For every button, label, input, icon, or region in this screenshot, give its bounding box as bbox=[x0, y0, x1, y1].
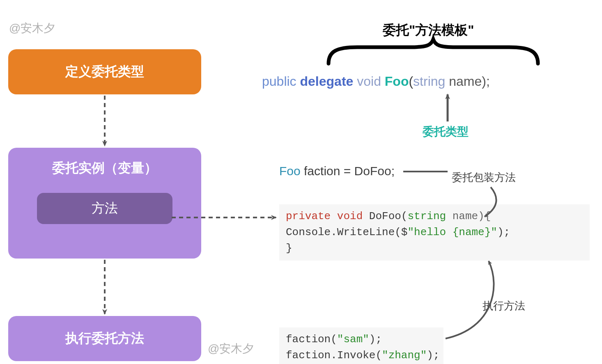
annotation-template-title: 委托"方法模板" bbox=[383, 21, 474, 39]
type-foo: Foo bbox=[279, 164, 301, 178]
invoke-line-1: faction("sam"); bbox=[286, 332, 437, 348]
param-name2: name){ bbox=[446, 210, 491, 222]
close-paren: ); bbox=[497, 226, 510, 238]
keyword-delegate: delegate bbox=[300, 74, 354, 89]
invoke-2a: faction.Invoke( bbox=[286, 349, 382, 362]
keyword-string2: string bbox=[407, 210, 446, 222]
lit-sam: "sam" bbox=[337, 333, 369, 346]
keyword-void: void bbox=[357, 74, 381, 89]
code-line-2: Console.WriteLine($"hello {name}"); bbox=[286, 224, 583, 240]
code-block-dofoo: private void DoFoo(string name){ Console… bbox=[279, 204, 590, 261]
foo-rest: faction = DoFoo; bbox=[301, 164, 395, 178]
invoke-1b: ); bbox=[369, 333, 382, 346]
code-line-3: } bbox=[286, 240, 583, 256]
curly-brace bbox=[329, 39, 538, 64]
label-wrap-method: 委托包装方法 bbox=[452, 170, 516, 185]
watermark-bottom: @安木夕 bbox=[208, 341, 254, 357]
code-line-1: private void DoFoo(string name){ bbox=[286, 208, 583, 224]
label-exec-method: 执行方法 bbox=[483, 299, 525, 313]
box-define-label: 定义委托类型 bbox=[65, 63, 144, 81]
delegate-declaration: public delegate void Foo(string name); bbox=[262, 74, 490, 89]
keyword-string: string bbox=[413, 74, 445, 89]
fn-open: DoFoo( bbox=[363, 210, 407, 222]
watermark-top: @安木夕 bbox=[9, 21, 55, 36]
box-delegate-instance: 委托实例（变量） 方法 bbox=[8, 148, 201, 259]
box-instance-label: 委托实例（变量） bbox=[52, 159, 157, 177]
box-execute-delegate: 执行委托方法 bbox=[8, 316, 201, 361]
invoke-line-2: faction.Invoke("zhang"); bbox=[286, 348, 437, 364]
keyword-private: private bbox=[286, 210, 331, 222]
lit-zhang: "zhang" bbox=[382, 349, 427, 362]
box-define-delegate: 定义委托类型 bbox=[8, 49, 201, 94]
keyword-public: public bbox=[262, 74, 296, 89]
invoke-1a: faction( bbox=[286, 333, 337, 346]
string-literal: "hello {name}" bbox=[407, 226, 497, 238]
box-method-label: 方法 bbox=[92, 199, 118, 217]
paren-open: ( bbox=[409, 74, 413, 89]
box-execute-label: 执行委托方法 bbox=[65, 330, 144, 348]
keyword-foo: Foo bbox=[385, 74, 409, 89]
code-block-invoke: faction("sam"); faction.Invoke("zhang"); bbox=[279, 327, 443, 364]
console-call: Console.WriteLine($ bbox=[286, 226, 407, 238]
box-method: 方法 bbox=[37, 193, 172, 224]
keyword-void2: void bbox=[337, 210, 363, 222]
foo-assignment: Foo faction = DoFoo; bbox=[279, 164, 395, 178]
param-name: name); bbox=[445, 74, 489, 89]
annotation-type-label: 委托类型 bbox=[423, 124, 469, 140]
invoke-2b: ); bbox=[427, 349, 439, 362]
